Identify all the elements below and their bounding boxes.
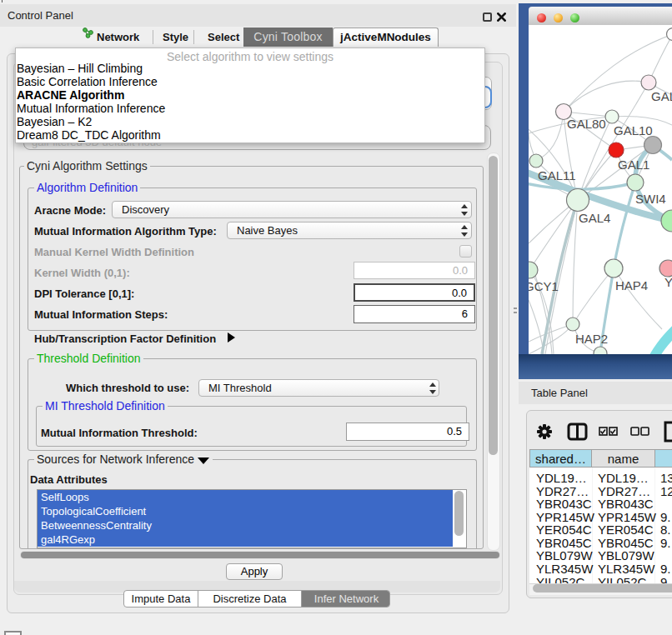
svg-text:Y: Y xyxy=(664,275,672,289)
svg-text:GCY1: GCY1 xyxy=(529,279,559,293)
svg-text:GAL7: GAL7 xyxy=(651,89,672,103)
svg-text:GAL10: GAL10 xyxy=(614,123,653,138)
svg-text:GAL11: GAL11 xyxy=(538,168,576,182)
svg-text:HAP4: HAP4 xyxy=(615,278,648,292)
svg-text:SWI4: SWI4 xyxy=(635,192,666,206)
svg-text:GAL80: GAL80 xyxy=(567,117,606,131)
svg-text:GAL4: GAL4 xyxy=(579,211,610,225)
svg-text:GAL1: GAL1 xyxy=(618,158,649,172)
svg-text:HAP2: HAP2 xyxy=(575,332,608,346)
